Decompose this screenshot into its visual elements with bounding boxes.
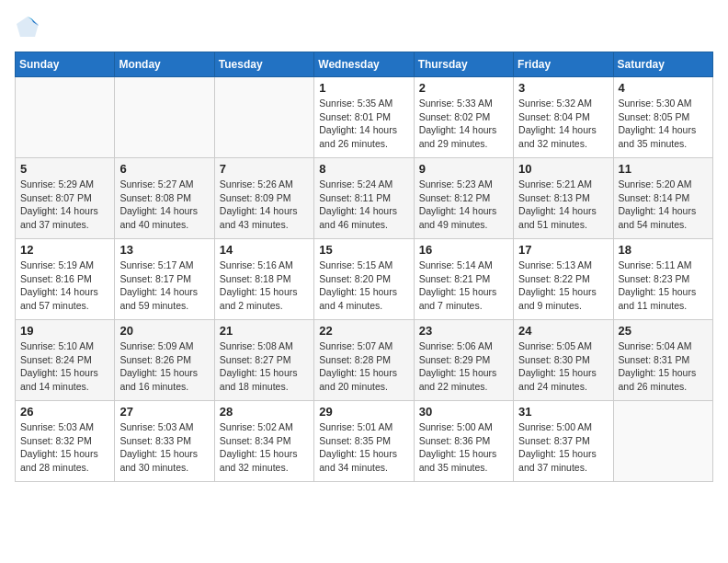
calendar-cell: 17Sunrise: 5:13 AM Sunset: 8:22 PM Dayli… bbox=[514, 239, 613, 320]
day-number: 12 bbox=[20, 243, 109, 257]
calendar-cell: 4Sunrise: 5:30 AM Sunset: 8:05 PM Daylig… bbox=[613, 77, 712, 158]
day-info: Sunrise: 5:00 AM Sunset: 8:36 PM Dayligh… bbox=[419, 420, 508, 475]
calendar-cell: 1Sunrise: 5:35 AM Sunset: 8:01 PM Daylig… bbox=[314, 77, 414, 158]
day-number: 20 bbox=[119, 324, 209, 338]
weekday-header-row: SundayMondayTuesdayWednesdayThursdayFrid… bbox=[16, 52, 713, 77]
day-number: 5 bbox=[20, 162, 109, 176]
day-number: 9 bbox=[419, 162, 508, 176]
calendar-cell: 13Sunrise: 5:17 AM Sunset: 8:17 PM Dayli… bbox=[115, 239, 214, 320]
svg-marker-0 bbox=[17, 17, 39, 37]
calendar-week-3: 12Sunrise: 5:19 AM Sunset: 8:16 PM Dayli… bbox=[16, 239, 713, 320]
day-info: Sunrise: 5:29 AM Sunset: 8:07 PM Dayligh… bbox=[20, 178, 109, 232]
day-number: 21 bbox=[220, 324, 309, 338]
weekday-header-sunday: Sunday bbox=[16, 52, 115, 77]
logo bbox=[15, 15, 44, 40]
day-info: Sunrise: 5:10 AM Sunset: 8:24 PM Dayligh… bbox=[20, 339, 109, 394]
day-number: 7 bbox=[220, 162, 309, 176]
weekday-header-wednesday: Wednesday bbox=[314, 52, 414, 77]
day-info: Sunrise: 5:13 AM Sunset: 8:22 PM Dayligh… bbox=[518, 259, 608, 313]
day-info: Sunrise: 5:30 AM Sunset: 8:05 PM Dayligh… bbox=[619, 97, 708, 151]
calendar-cell: 9Sunrise: 5:23 AM Sunset: 8:12 PM Daylig… bbox=[414, 158, 513, 239]
day-info: Sunrise: 5:19 AM Sunset: 8:16 PM Dayligh… bbox=[20, 259, 109, 313]
calendar-cell: 28Sunrise: 5:02 AM Sunset: 8:34 PM Dayli… bbox=[214, 401, 313, 482]
day-info: Sunrise: 5:07 AM Sunset: 8:28 PM Dayligh… bbox=[319, 339, 408, 394]
calendar-cell bbox=[16, 77, 115, 158]
calendar-cell: 24Sunrise: 5:05 AM Sunset: 8:30 PM Dayli… bbox=[514, 320, 613, 401]
day-number: 10 bbox=[518, 162, 608, 176]
day-info: Sunrise: 5:35 AM Sunset: 8:01 PM Dayligh… bbox=[319, 97, 408, 151]
day-info: Sunrise: 5:27 AM Sunset: 8:08 PM Dayligh… bbox=[119, 178, 209, 232]
calendar-cell: 7Sunrise: 5:26 AM Sunset: 8:09 PM Daylig… bbox=[214, 158, 313, 239]
day-number: 16 bbox=[419, 243, 508, 257]
day-info: Sunrise: 5:03 AM Sunset: 8:33 PM Dayligh… bbox=[119, 420, 209, 475]
weekday-header-thursday: Thursday bbox=[414, 52, 513, 77]
calendar-cell: 6Sunrise: 5:27 AM Sunset: 8:08 PM Daylig… bbox=[115, 158, 214, 239]
calendar-week-4: 19Sunrise: 5:10 AM Sunset: 8:24 PM Dayli… bbox=[16, 320, 713, 401]
day-info: Sunrise: 5:11 AM Sunset: 8:23 PM Dayligh… bbox=[619, 259, 708, 313]
day-info: Sunrise: 5:04 AM Sunset: 8:31 PM Dayligh… bbox=[619, 339, 708, 394]
calendar-cell: 31Sunrise: 5:00 AM Sunset: 8:37 PM Dayli… bbox=[514, 401, 613, 482]
day-number: 27 bbox=[119, 405, 209, 419]
calendar-cell: 10Sunrise: 5:21 AM Sunset: 8:13 PM Dayli… bbox=[514, 158, 613, 239]
calendar-cell: 14Sunrise: 5:16 AM Sunset: 8:18 PM Dayli… bbox=[214, 239, 313, 320]
calendar-cell: 15Sunrise: 5:15 AM Sunset: 8:20 PM Dayli… bbox=[314, 239, 414, 320]
day-info: Sunrise: 5:23 AM Sunset: 8:12 PM Dayligh… bbox=[419, 178, 508, 232]
calendar-header: SundayMondayTuesdayWednesdayThursdayFrid… bbox=[16, 52, 713, 77]
day-info: Sunrise: 5:02 AM Sunset: 8:34 PM Dayligh… bbox=[220, 420, 309, 475]
calendar-cell: 3Sunrise: 5:32 AM Sunset: 8:04 PM Daylig… bbox=[514, 77, 613, 158]
day-number: 28 bbox=[220, 405, 309, 419]
day-number: 26 bbox=[20, 405, 109, 419]
day-number: 23 bbox=[419, 324, 508, 338]
day-number: 2 bbox=[419, 81, 508, 95]
page-header bbox=[15, 15, 713, 40]
calendar-cell: 16Sunrise: 5:14 AM Sunset: 8:21 PM Dayli… bbox=[414, 239, 513, 320]
calendar-cell: 12Sunrise: 5:19 AM Sunset: 8:16 PM Dayli… bbox=[16, 239, 115, 320]
calendar-cell: 2Sunrise: 5:33 AM Sunset: 8:02 PM Daylig… bbox=[414, 77, 513, 158]
calendar-table: SundayMondayTuesdayWednesdayThursdayFrid… bbox=[15, 52, 713, 482]
day-number: 6 bbox=[119, 162, 209, 176]
day-number: 15 bbox=[319, 243, 408, 257]
calendar-cell bbox=[115, 77, 214, 158]
calendar-cell: 30Sunrise: 5:00 AM Sunset: 8:36 PM Dayli… bbox=[414, 401, 513, 482]
day-info: Sunrise: 5:09 AM Sunset: 8:26 PM Dayligh… bbox=[119, 339, 209, 394]
day-info: Sunrise: 5:17 AM Sunset: 8:17 PM Dayligh… bbox=[119, 259, 209, 313]
calendar-cell: 25Sunrise: 5:04 AM Sunset: 8:31 PM Dayli… bbox=[613, 320, 712, 401]
day-info: Sunrise: 5:06 AM Sunset: 8:29 PM Dayligh… bbox=[419, 339, 508, 394]
day-info: Sunrise: 5:20 AM Sunset: 8:14 PM Dayligh… bbox=[619, 178, 708, 232]
day-info: Sunrise: 5:14 AM Sunset: 8:21 PM Dayligh… bbox=[419, 259, 508, 313]
calendar-cell: 8Sunrise: 5:24 AM Sunset: 8:11 PM Daylig… bbox=[314, 158, 414, 239]
day-info: Sunrise: 5:05 AM Sunset: 8:30 PM Dayligh… bbox=[518, 339, 608, 394]
day-info: Sunrise: 5:08 AM Sunset: 8:27 PM Dayligh… bbox=[220, 339, 309, 394]
day-number: 19 bbox=[20, 324, 109, 338]
day-info: Sunrise: 5:00 AM Sunset: 8:37 PM Dayligh… bbox=[518, 420, 608, 475]
day-number: 24 bbox=[518, 324, 608, 338]
calendar-cell: 19Sunrise: 5:10 AM Sunset: 8:24 PM Dayli… bbox=[16, 320, 115, 401]
calendar-cell: 11Sunrise: 5:20 AM Sunset: 8:14 PM Dayli… bbox=[613, 158, 712, 239]
day-info: Sunrise: 5:26 AM Sunset: 8:09 PM Dayligh… bbox=[220, 178, 309, 232]
day-info: Sunrise: 5:32 AM Sunset: 8:04 PM Dayligh… bbox=[518, 97, 608, 151]
day-number: 30 bbox=[419, 405, 508, 419]
day-number: 31 bbox=[518, 405, 608, 419]
calendar-cell: 20Sunrise: 5:09 AM Sunset: 8:26 PM Dayli… bbox=[115, 320, 214, 401]
day-number: 14 bbox=[220, 243, 309, 257]
day-number: 25 bbox=[619, 324, 708, 338]
calendar-cell bbox=[214, 77, 313, 158]
day-number: 13 bbox=[119, 243, 209, 257]
day-info: Sunrise: 5:33 AM Sunset: 8:02 PM Dayligh… bbox=[419, 97, 508, 151]
calendar-cell: 5Sunrise: 5:29 AM Sunset: 8:07 PM Daylig… bbox=[16, 158, 115, 239]
weekday-header-friday: Friday bbox=[514, 52, 613, 77]
day-info: Sunrise: 5:16 AM Sunset: 8:18 PM Dayligh… bbox=[220, 259, 309, 313]
calendar-week-5: 26Sunrise: 5:03 AM Sunset: 8:32 PM Dayli… bbox=[16, 401, 713, 482]
calendar-week-1: 1Sunrise: 5:35 AM Sunset: 8:01 PM Daylig… bbox=[16, 77, 713, 158]
calendar-cell bbox=[613, 401, 712, 482]
calendar-cell: 26Sunrise: 5:03 AM Sunset: 8:32 PM Dayli… bbox=[16, 401, 115, 482]
weekday-header-tuesday: Tuesday bbox=[214, 52, 313, 77]
day-number: 22 bbox=[319, 324, 408, 338]
day-number: 8 bbox=[319, 162, 408, 176]
logo-icon bbox=[15, 15, 40, 40]
weekday-header-monday: Monday bbox=[115, 52, 214, 77]
calendar-cell: 29Sunrise: 5:01 AM Sunset: 8:35 PM Dayli… bbox=[314, 401, 414, 482]
day-info: Sunrise: 5:03 AM Sunset: 8:32 PM Dayligh… bbox=[20, 420, 109, 475]
weekday-header-saturday: Saturday bbox=[613, 52, 712, 77]
calendar-cell: 22Sunrise: 5:07 AM Sunset: 8:28 PM Dayli… bbox=[314, 320, 414, 401]
